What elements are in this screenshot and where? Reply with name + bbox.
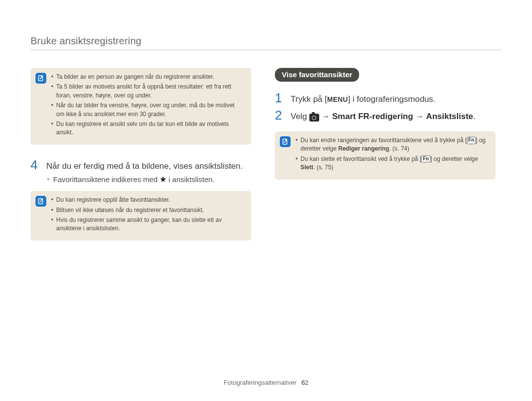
left-column: Ta bilder av en person av gangen når du … [31, 68, 251, 241]
footer-section: Fotograferingsalternativer [224, 379, 297, 386]
c1-bold: Rediger rangering [338, 145, 389, 152]
camera-icon [309, 114, 319, 122]
note-list-b: Du kan registrere opptil åtte favorittan… [51, 196, 244, 235]
note-a-item: Du kan registrere et ansikt selv om du t… [51, 120, 244, 137]
note-list-a: Ta bilder av en person av gangen når du … [51, 73, 244, 139]
note-c-item1: Du kan endre rangeringen av favorittansi… [296, 136, 489, 154]
note-c-item2: Du kan slette et favorittansikt ved å tr… [296, 155, 489, 172]
step2-bold1: Smart FR-redigering [332, 112, 413, 121]
note-b-item: Du kan registrere opptil åtte favorittan… [51, 196, 244, 204]
step-number: 4 [31, 158, 39, 171]
note-icon [35, 196, 46, 207]
step-text: Trykk på [MENU] i fotograferingsmodus. [291, 92, 435, 106]
step-text: Når du er ferdig med å ta bildene, vises… [46, 158, 243, 173]
sub-text-post: i ansiktslisten. [168, 175, 214, 184]
note-box-b: Du kan registrere opptil åtte favorittan… [31, 191, 251, 241]
two-column-layout: Ta bilder av en person av gangen når du … [31, 68, 501, 241]
fn-button-token: Fn [467, 137, 476, 144]
step-4-sub: Favorittansiktene indikeres med i ansikt… [31, 175, 251, 184]
arrow1: → [322, 112, 332, 121]
step1-pre: Trykk på [ [291, 94, 327, 104]
star-icon [160, 176, 166, 184]
footer: Fotograferingsalternativer 62 [0, 379, 532, 386]
note-box-a: Ta bilder av en person av gangen når du … [31, 68, 251, 145]
c2-post: . (s. 75) [313, 164, 333, 171]
step1-post: ] i fotograferingsmodus. [348, 94, 435, 104]
fn-button-token: Fn [421, 155, 430, 163]
note-icon [35, 73, 46, 84]
header-rule [31, 50, 501, 50]
arrow2: → [415, 112, 426, 121]
page-root: Bruke ansiktsregistrering Ta bilder av e… [0, 0, 532, 401]
sub-text-pre: Favorittansiktene indikeres med [53, 175, 160, 184]
note-a-item: Ta bilder av en person av gangen når du … [51, 73, 244, 81]
step-1: 1 Trykk på [MENU] i fotograferingsmodus. [275, 92, 496, 106]
c1-pre: Du kan endre rangeringen av favorittansi… [300, 137, 467, 144]
c2-mid: ] og deretter velge [431, 155, 478, 162]
step-number: 1 [275, 92, 284, 104]
step-2: 2 Velg → Smart FR-redigering → Ansiktsli… [275, 109, 496, 123]
note-b-item: Hvis du registrerer samme ansikt to gang… [51, 216, 244, 233]
step-number: 2 [275, 109, 284, 122]
section-pill: Vise favorittansikter [275, 68, 359, 82]
page-number: 62 [301, 379, 308, 386]
step2-bold2: Ansiktsliste [426, 112, 473, 121]
step2-period: . [473, 112, 476, 121]
c1-post: . (s. 74) [389, 145, 409, 152]
note-a-item: Når du tar bilder fra venstre, høyre, ov… [51, 101, 244, 119]
note-list-c: Du kan endre rangeringen av favorittansi… [296, 136, 489, 174]
c2-pre: Du kan slette et favorittansikt ved å tr… [300, 155, 421, 162]
note-icon [280, 136, 291, 147]
note-box-c: Du kan endre rangeringen av favorittansi… [275, 131, 496, 180]
page-title: Bruke ansiktsregistrering [31, 35, 501, 47]
note-b-item: Blitsen vil ikke utløses når du registre… [51, 206, 244, 215]
step-text: Velg → Smart FR-redigering → Ansiktslist… [291, 109, 475, 123]
right-column: Vise favorittansikter 1 Trykk på [MENU] … [275, 68, 496, 241]
c2-bold: Slett [300, 164, 313, 171]
menu-button-token: MENU [327, 95, 348, 103]
step-4: 4 Når du er ferdig med å ta bildene, vis… [31, 158, 251, 173]
right-steps: 1 Trykk på [MENU] i fotograferingsmodus.… [275, 92, 496, 123]
note-a-item: Ta 5 bilder av motivets ansikt for å opp… [51, 83, 244, 100]
step2-pre: Velg [291, 112, 309, 121]
